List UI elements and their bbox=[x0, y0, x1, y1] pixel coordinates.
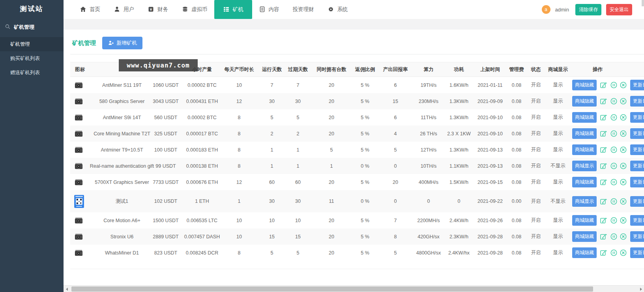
cell-shelf-date: 2021-09-26 bbox=[473, 218, 507, 223]
edit-button[interactable] bbox=[600, 130, 607, 137]
add-miner-button[interactable]: 新增矿机 bbox=[102, 37, 142, 49]
edit-button[interactable] bbox=[600, 249, 607, 256]
pause-button[interactable] bbox=[610, 97, 618, 105]
update-log-button[interactable]: 更新日志 bbox=[630, 196, 644, 207]
cell-run-days: 30 bbox=[260, 198, 284, 204]
pause-button[interactable] bbox=[610, 249, 618, 256]
cancel-button[interactable] bbox=[620, 217, 627, 224]
username[interactable]: admin bbox=[555, 7, 569, 13]
mall-toggle-button[interactable]: 商城隐藏 bbox=[572, 128, 597, 139]
update-log-button[interactable]: 更新日志 bbox=[630, 80, 644, 90]
cell-run-days: 1 bbox=[260, 147, 284, 153]
cell-hourly-output: 0.008245 DCR bbox=[185, 250, 219, 256]
clear-cache-button[interactable]: 清除缓存 bbox=[575, 4, 601, 15]
edit-button[interactable] bbox=[600, 178, 607, 186]
cancel-button[interactable] bbox=[620, 81, 627, 89]
cancel-button[interactable] bbox=[620, 198, 627, 205]
nav-item[interactable]: 首页 bbox=[73, 0, 107, 19]
logout-button[interactable]: 安全退出 bbox=[606, 4, 632, 15]
mall-toggle-button[interactable]: 商城显示 bbox=[572, 161, 597, 171]
edit-button[interactable] bbox=[600, 217, 607, 224]
mall-toggle-button[interactable]: 商城隐藏 bbox=[572, 215, 597, 226]
update-log-button[interactable]: 更新日志 bbox=[630, 161, 644, 171]
cell-daily-hours: 10 bbox=[219, 218, 260, 223]
card-header: 矿机管理 新增矿机 bbox=[70, 30, 644, 54]
update-log-button[interactable]: 更新日志 bbox=[630, 247, 644, 258]
sidebar-menu: 矿机管理购买矿机列表赠送矿机列表 bbox=[0, 37, 64, 80]
update-log-button[interactable]: 更新日志 bbox=[630, 177, 644, 187]
actions-cell: 商城显示更新日志 bbox=[570, 196, 644, 207]
update-log-button[interactable]: 更新日志 bbox=[630, 144, 644, 155]
cell-hashrate: 0 bbox=[412, 198, 445, 204]
pause-button[interactable] bbox=[610, 114, 618, 121]
horizontal-scrollbar[interactable] bbox=[64, 285, 644, 292]
cell-rebate: 0 % bbox=[351, 198, 379, 204]
cell-run-days: 5 bbox=[260, 250, 284, 256]
cancel-button[interactable] bbox=[620, 178, 627, 186]
cell-max-owned: 5 bbox=[312, 147, 351, 153]
nav-item[interactable]: 内容 bbox=[252, 0, 286, 19]
pause-button[interactable] bbox=[610, 146, 618, 153]
cell-mall-display: 不显示 bbox=[546, 198, 570, 205]
edit-button[interactable] bbox=[600, 162, 607, 170]
pause-button[interactable] bbox=[610, 233, 618, 240]
update-log-button[interactable]: 更新日志 bbox=[630, 215, 644, 226]
pause-button[interactable] bbox=[610, 130, 618, 137]
mall-toggle-button[interactable]: 商城隐藏 bbox=[572, 80, 597, 90]
nav-item[interactable]: 虚拟币 bbox=[175, 0, 214, 19]
home-icon bbox=[80, 6, 87, 13]
edit-button[interactable] bbox=[600, 114, 607, 121]
cancel-icon bbox=[620, 217, 627, 224]
update-log-button[interactable]: 更新日志 bbox=[630, 128, 644, 139]
pause-icon bbox=[610, 81, 618, 89]
edit-button[interactable] bbox=[600, 146, 607, 153]
sidebar-item[interactable]: 矿机管理 bbox=[0, 37, 64, 51]
mall-toggle-button[interactable]: 商城隐藏 bbox=[572, 96, 597, 107]
mall-toggle-button[interactable]: 商城隐藏 bbox=[572, 231, 597, 242]
mall-toggle-button[interactable]: 商城显示 bbox=[572, 196, 597, 207]
cancel-button[interactable] bbox=[620, 162, 627, 170]
pause-button[interactable] bbox=[610, 217, 618, 224]
edit-button[interactable] bbox=[600, 198, 607, 205]
pause-button[interactable] bbox=[610, 81, 618, 89]
pause-button[interactable] bbox=[610, 198, 618, 205]
cancel-button[interactable] bbox=[620, 249, 627, 256]
nav-item[interactable]: 系统 bbox=[321, 0, 355, 19]
nav-item[interactable]: ¥财务 bbox=[141, 0, 175, 19]
cancel-button[interactable] bbox=[620, 233, 627, 240]
mall-toggle-button[interactable]: 商城隐藏 bbox=[572, 247, 597, 258]
qr-code-icon bbox=[70, 195, 98, 208]
cancel-button[interactable] bbox=[620, 130, 627, 137]
pause-button[interactable] bbox=[610, 178, 618, 186]
mall-toggle-button[interactable]: 商城隐藏 bbox=[572, 144, 597, 155]
scroll-left-arrow-icon[interactable] bbox=[64, 286, 70, 292]
edit-button[interactable] bbox=[600, 81, 607, 89]
cancel-button[interactable] bbox=[620, 114, 627, 121]
update-log-button[interactable]: 更新日志 bbox=[630, 96, 644, 107]
update-log-button[interactable]: 更新日志 bbox=[630, 231, 644, 242]
mall-toggle-button[interactable]: 商城隐藏 bbox=[572, 177, 597, 187]
nav-item[interactable]: 投资理财 bbox=[286, 0, 321, 19]
nav-item[interactable]: 矿机 bbox=[214, 0, 252, 19]
cell-run-days: 5 bbox=[260, 115, 284, 120]
cancel-button[interactable] bbox=[620, 146, 627, 153]
avatar[interactable]: a bbox=[542, 5, 550, 14]
column-header: 操作 bbox=[570, 66, 644, 73]
sidebar-section-label: 矿机管理 bbox=[14, 24, 34, 31]
scroll-right-arrow-icon[interactable] bbox=[638, 286, 644, 292]
update-log-button[interactable]: 更新日志 bbox=[630, 112, 644, 123]
scrollbar-thumb[interactable] bbox=[71, 286, 593, 292]
edit-button[interactable] bbox=[600, 233, 607, 240]
column-header: 图标 bbox=[70, 66, 98, 73]
pause-button[interactable] bbox=[610, 162, 618, 170]
nav-item[interactable]: 用户 bbox=[107, 0, 141, 19]
cell-name: Core Mining Machine T2T bbox=[98, 131, 146, 137]
sidebar-item[interactable]: 赠送矿机列表 bbox=[0, 66, 64, 80]
cell-power: 0 bbox=[445, 198, 473, 204]
cancel-button[interactable] bbox=[620, 97, 627, 105]
edit-button[interactable] bbox=[600, 97, 607, 105]
mall-toggle-button[interactable]: 商城隐藏 bbox=[572, 112, 597, 123]
cell-shelf-date: 2021-09-13 bbox=[473, 147, 507, 153]
cell-mall-display: 显示 bbox=[546, 217, 570, 224]
sidebar-item[interactable]: 购买矿机列表 bbox=[0, 51, 64, 66]
